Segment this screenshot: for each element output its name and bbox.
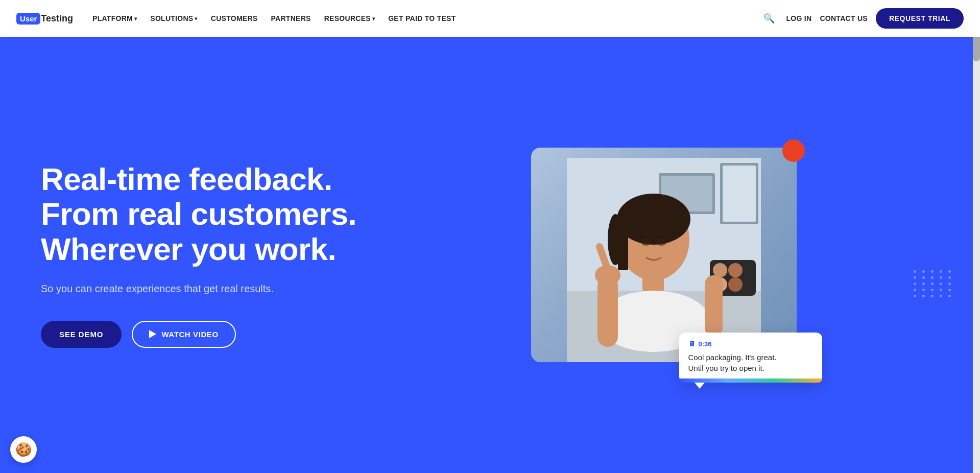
svg-rect-18 — [597, 275, 618, 347]
dot — [948, 289, 951, 291]
dot — [940, 289, 942, 291]
search-icon: 🔍 — [763, 13, 775, 23]
nav-get-paid[interactable]: GET PAID TO TEST — [383, 11, 461, 26]
bubble-text: Cool packaging. It's great. Until you tr… — [688, 352, 813, 373]
monitor-icon: 🖥 — [688, 340, 696, 348]
cookie-icon: 🍪 — [15, 442, 32, 458]
search-button[interactable]: 🔍 — [760, 10, 778, 27]
speech-bubble: 🖥 0:36 Cool packaging. It's great. Until… — [679, 333, 822, 383]
dot — [922, 270, 925, 273]
dot — [931, 295, 934, 297]
svg-point-23 — [656, 239, 666, 246]
logo[interactable]: UserTesting — [16, 13, 73, 25]
contact-us-link[interactable]: CONTACT US — [820, 14, 868, 22]
chevron-down-icon: ▾ — [372, 16, 375, 21]
hero-heading: Real-time feedback. From real customers.… — [41, 162, 388, 267]
nav-platform[interactable]: PLATFORM ▾ — [87, 11, 142, 26]
nav-customers[interactable]: CUSTOMERS — [206, 11, 263, 26]
dot — [914, 295, 916, 297]
svg-point-9 — [728, 263, 743, 277]
dot — [914, 276, 916, 279]
hero-buttons: SEE DEMO WATCH VIDEO — [41, 321, 388, 348]
record-indicator — [782, 139, 805, 162]
navbar: UserTesting PLATFORM ▾ SOLUTIONS ▾ CUSTO… — [0, 0, 980, 37]
nav-resources[interactable]: RESOURCES ▾ — [319, 11, 380, 26]
hero-content: Real-time feedback. From real customers.… — [41, 162, 388, 348]
dot — [931, 270, 934, 273]
person-image — [567, 158, 761, 362]
dot — [922, 276, 925, 279]
cookie-consent-button[interactable]: 🍪 — [10, 436, 37, 463]
dot — [931, 276, 934, 279]
chevron-down-icon: ▾ — [195, 16, 197, 21]
hero-image-area: 🖥 0:36 Cool packaging. It's great. Until… — [388, 148, 939, 362]
dot — [914, 289, 916, 291]
dot — [948, 295, 951, 297]
svg-point-22 — [641, 239, 651, 246]
logo-text: Testing — [41, 13, 73, 24]
dot — [914, 282, 916, 285]
dot-grid — [914, 270, 954, 297]
scrollbar-track — [973, 0, 980, 473]
dot — [922, 289, 925, 291]
watch-video-button[interactable]: WATCH VIDEO — [132, 321, 235, 348]
dot — [914, 270, 916, 273]
svg-point-11 — [728, 277, 743, 292]
dot — [948, 276, 951, 279]
video-card: 🖥 0:36 Cool packaging. It's great. Until… — [531, 148, 797, 362]
hero-subtext: So you can create experiences that get r… — [41, 281, 388, 296]
nav-links: PLATFORM ▾ SOLUTIONS ▾ CUSTOMERS PARTNER… — [87, 11, 760, 26]
svg-point-8 — [713, 263, 727, 277]
svg-rect-5 — [723, 165, 756, 222]
bubble-tail — [695, 383, 705, 389]
bubble-timestamp: 🖥 0:36 — [688, 340, 813, 348]
dots-decoration — [914, 270, 954, 321]
svg-rect-19 — [705, 275, 723, 337]
chevron-down-icon: ▾ — [134, 16, 137, 21]
dot — [948, 270, 951, 273]
request-trial-button[interactable]: REQUEST TRIAL — [876, 8, 964, 29]
dot — [922, 295, 925, 297]
nav-solutions[interactable]: SOLUTIONS ▾ — [145, 11, 202, 26]
nav-right: 🔍 LOG IN CONTACT US REQUEST TRIAL — [760, 8, 964, 29]
svg-point-15 — [608, 214, 623, 265]
bubble-progress-bar — [679, 379, 822, 383]
dot — [940, 270, 942, 273]
login-link[interactable]: LOG IN — [786, 14, 811, 22]
video-placeholder — [531, 148, 797, 362]
nav-partners[interactable]: PARTNERS — [266, 11, 316, 26]
dot — [940, 282, 942, 285]
see-demo-button[interactable]: SEE DEMO — [41, 321, 122, 348]
dot — [922, 282, 925, 285]
dot — [931, 289, 934, 291]
dot — [940, 295, 942, 297]
dot — [940, 276, 942, 279]
dot — [948, 282, 951, 285]
hero-section: Real-time feedback. From real customers.… — [0, 0, 980, 473]
play-icon — [149, 330, 156, 338]
dot — [931, 282, 934, 285]
logo-box: User — [16, 13, 40, 25]
